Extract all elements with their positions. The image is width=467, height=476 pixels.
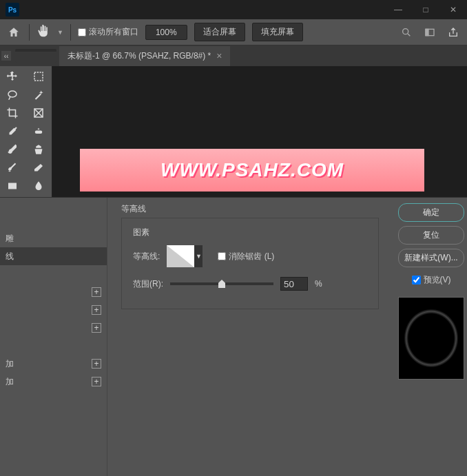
toolbox <box>0 66 52 197</box>
fill-screen-button[interactable]: 填充屏幕 <box>252 23 303 41</box>
range-label: 范围(R): <box>133 278 163 290</box>
add-icon[interactable]: + <box>92 323 101 333</box>
minimize-button[interactable]: — <box>384 1 412 19</box>
style-row[interactable] <box>0 391 107 408</box>
document-tab[interactable]: 未标题-1 @ 66.7% (PSAHZ, RGB/8#) * × <box>59 46 230 66</box>
antialias-label: 消除锯齿 (L) <box>229 251 274 262</box>
contour-title: 等高线 <box>121 203 379 215</box>
style-row[interactable] <box>0 265 107 283</box>
contour-label: 等高线: <box>133 251 160 262</box>
svg-point-5 <box>8 91 17 97</box>
app-icon: Ps <box>6 3 19 17</box>
elements-label: 图素 <box>133 227 367 238</box>
preview-label: 预览(V) <box>424 274 451 286</box>
contour-dropdown-icon[interactable]: ▼ <box>194 245 203 267</box>
svg-rect-4 <box>34 72 43 81</box>
screen-mode-icon[interactable] <box>422 24 438 41</box>
range-input[interactable] <box>280 277 308 291</box>
divider <box>29 24 30 41</box>
divider <box>70 24 71 41</box>
svg-rect-10 <box>8 183 17 189</box>
collapse-panels-icon[interactable]: ‹‹ <box>1 51 11 61</box>
fit-screen-button[interactable]: 适合屏幕 <box>194 23 245 41</box>
home-icon[interactable] <box>6 24 22 41</box>
add-icon[interactable]: + <box>92 359 101 369</box>
reset-button[interactable]: 复位 <box>398 226 464 245</box>
style-preview <box>398 297 464 380</box>
canvas-text: WWW.PSAHZ.COM <box>160 159 344 181</box>
svg-point-0 <box>403 28 408 34</box>
percent-label: % <box>315 279 322 289</box>
scroll-all-windows-checkbox[interactable]: 滚动所有窗口 <box>78 26 138 38</box>
crop-tool[interactable] <box>0 104 25 122</box>
history-brush-tool[interactable] <box>0 159 25 177</box>
preview-checkbox[interactable]: 预览(V) <box>398 274 464 286</box>
add-icon[interactable]: + <box>92 287 101 297</box>
share-icon[interactable] <box>445 24 461 41</box>
clone-stamp-tool[interactable] <box>26 141 51 158</box>
svg-line-1 <box>408 34 410 36</box>
maximize-button[interactable]: □ <box>412 1 439 19</box>
magic-wand-tool[interactable] <box>26 86 51 104</box>
eyedropper-tool[interactable] <box>0 123 25 141</box>
rectangle-tool[interactable] <box>0 177 25 195</box>
hand-tool-icon[interactable] <box>37 24 50 41</box>
antialias-checkbox[interactable]: 消除锯齿 (L) <box>218 251 274 262</box>
document-tab-title: 未标题-1 @ 66.7% (PSAHZ, RGB/8#) * <box>68 50 211 62</box>
style-row[interactable] <box>0 337 107 355</box>
move-tool[interactable] <box>0 68 25 85</box>
healing-brush-tool[interactable] <box>26 123 51 141</box>
style-list: 雕 线 + + + 加+ 加+ <box>0 198 107 476</box>
style-row[interactable]: 加+ <box>0 373 107 391</box>
canvas[interactable]: WWW.PSAHZ.COM <box>52 66 467 197</box>
slider-thumb[interactable] <box>218 280 225 288</box>
style-row[interactable]: + <box>0 301 107 319</box>
new-style-button[interactable]: 新建样式(W)... <box>398 249 464 267</box>
style-row[interactable]: 加+ <box>0 355 107 373</box>
add-icon[interactable]: + <box>92 377 101 386</box>
contour-fieldset: 图素 等高线: ▼ 消除锯齿 (L) 范围(R): % <box>121 218 379 309</box>
style-row[interactable]: + <box>0 283 107 301</box>
panel-handle[interactable] <box>15 49 56 63</box>
blur-tool[interactable] <box>26 177 51 195</box>
svg-rect-9 <box>34 130 42 134</box>
search-icon[interactable] <box>398 24 415 41</box>
lasso-tool[interactable] <box>0 86 25 104</box>
marquee-tool[interactable] <box>26 68 51 85</box>
style-row-contour[interactable]: 线 <box>0 247 107 265</box>
svg-rect-3 <box>426 29 428 35</box>
close-tab-icon[interactable]: × <box>216 50 222 61</box>
brush-tool[interactable] <box>0 141 25 158</box>
close-button[interactable]: ✕ <box>439 1 467 19</box>
ok-button[interactable]: 确定 <box>398 203 464 222</box>
layer-style-dialog: 雕 线 + + + 加+ 加+ 等高线 图素 等高线: ▼ 消除锯齿 (L) <box>0 197 467 476</box>
eraser-tool[interactable] <box>26 159 51 177</box>
frame-tool[interactable] <box>26 104 51 122</box>
contour-preview[interactable] <box>167 245 194 267</box>
canvas-content: WWW.PSAHZ.COM <box>80 149 424 192</box>
dropdown-arrow-icon[interactable]: ▼ <box>57 29 63 36</box>
range-slider[interactable] <box>170 282 273 285</box>
add-icon[interactable]: + <box>92 305 101 315</box>
style-row[interactable]: + <box>0 319 107 337</box>
scroll-all-windows-label: 滚动所有窗口 <box>89 26 138 38</box>
style-row[interactable]: 雕 <box>0 229 107 247</box>
zoom-level[interactable]: 100% <box>145 25 187 40</box>
